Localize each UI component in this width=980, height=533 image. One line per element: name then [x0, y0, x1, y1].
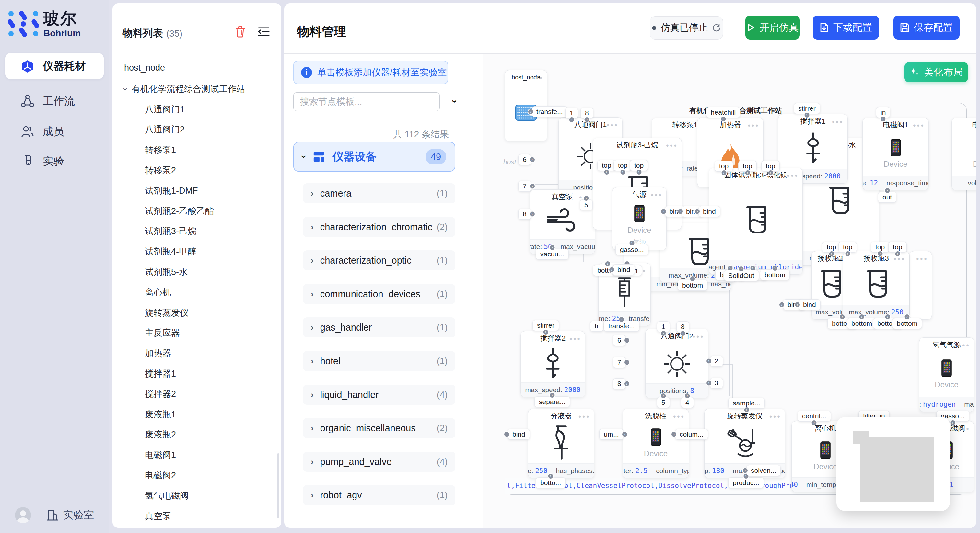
port-handle-icon[interactable]: ›	[706, 380, 712, 386]
port-handle-icon[interactable]: ›	[779, 302, 785, 308]
port-out[interactable]: out›	[878, 192, 896, 203]
tree-item[interactable]: 搅拌器2	[145, 388, 176, 400]
port-bottom[interactable]: bottom›	[847, 318, 877, 329]
tree-item[interactable]: 主反应器	[145, 327, 180, 339]
category-row-characterization_optic[interactable]: › characterization_optic (1)	[303, 250, 455, 270]
category-row-hotel[interactable]: › hotel (1)	[303, 351, 455, 371]
node-分液器[interactable]: 分液器 ●●● volume: 250has_phases: true	[528, 409, 594, 478]
sidebar-item-instruments[interactable]: 仪器耗材	[5, 53, 104, 79]
node-menu-icon[interactable]: ●●●	[579, 414, 590, 419]
port-8[interactable]: 8›	[676, 321, 689, 332]
port-handle-icon[interactable]: ›	[528, 109, 534, 115]
port-handle-icon[interactable]: ›	[950, 420, 956, 426]
port-handle-icon[interactable]: ›	[742, 468, 748, 474]
port-handle-icon[interactable]: ›	[636, 169, 642, 175]
tree-item[interactable]: 电磁阀2	[145, 470, 176, 481]
port-tr[interactable]: tr	[590, 320, 603, 332]
port-gasso[interactable]: gasso...›	[616, 244, 649, 255]
port-top[interactable]: top›	[822, 241, 841, 252]
port-8[interactable]: 8›	[613, 378, 626, 389]
node-气源[interactable]: 气源 ●●● Device气源	[612, 187, 667, 250]
port-top[interactable]: top›	[871, 241, 889, 252]
node-menu-icon[interactable]: ●●●	[894, 256, 905, 261]
tree-item[interactable]: 试剂瓶2-乙酸乙酯	[145, 205, 214, 217]
node-menu-icon[interactable]: ●●●	[958, 342, 970, 348]
category-row-gas_handler[interactable]: › gas_handler (1)	[303, 317, 455, 338]
port-handle-icon[interactable]: ›	[694, 209, 700, 215]
port-handle-icon[interactable]: ›	[679, 330, 686, 336]
port-handle-icon[interactable]: ›	[811, 420, 817, 426]
node-电磁阀1[interactable]: 电磁阀1 ●●● Devicevoltage: 12response_time:…	[862, 117, 929, 190]
port-4[interactable]: 4›	[681, 397, 694, 408]
node-menu-icon[interactable]: ●●●	[769, 414, 781, 419]
preview-card[interactable]	[837, 417, 950, 511]
tree-item[interactable]: 试剂瓶4-甲醇	[145, 246, 196, 257]
port-handle-icon[interactable]: ›	[542, 329, 549, 335]
port-3[interactable]: 3›	[710, 378, 723, 389]
port-handle-icon[interactable]: ›	[828, 251, 835, 257]
port-transfe[interactable]: transfe...›	[604, 320, 640, 332]
tree-item[interactable]: 旋转蒸发仪	[145, 307, 189, 319]
node-接收瓶3[interactable]: 接收瓶3 ●●● max_volume: 250	[843, 251, 909, 320]
port-top[interactable]: top›	[614, 160, 632, 171]
port-bind[interactable]: bind›	[799, 299, 821, 310]
category-row-robot_agv[interactable]: › robot_agv (1)	[303, 485, 455, 505]
port-handle-icon[interactable]: ›	[504, 431, 510, 438]
port-top[interactable]: top›	[630, 160, 648, 171]
node-洗脱柱[interactable]: 洗脱柱 ●●● Devicediameter: 2.5column_type: …	[622, 409, 689, 478]
node-固体试剂瓶3-氯化镁[interactable]: 固体试剂瓶3-氯化镁 ●●● agent: magnesium_chloride	[709, 168, 803, 274]
node-menu-icon[interactable]: ●●●	[748, 122, 759, 128]
port-handle-icon[interactable]: ›	[660, 393, 666, 399]
port-6[interactable]: 6›	[613, 335, 626, 346]
node-menu-icon[interactable]: ●●●	[916, 256, 928, 261]
port-8[interactable]: 8›	[581, 108, 593, 119]
port-top[interactable]: top›	[761, 160, 780, 171]
tree-item[interactable]: 加热器	[145, 347, 171, 359]
node-menu-icon[interactable]: ●●●	[531, 75, 543, 80]
node-menu-icon[interactable]: ●●●	[913, 122, 924, 128]
tree-item[interactable]: 离心机	[145, 287, 171, 298]
port-6[interactable]: 6›	[518, 154, 531, 165]
port-handle-icon[interactable]: ›	[745, 170, 751, 176]
node-menu-icon[interactable]: ●●●	[651, 192, 662, 198]
collapse-list-icon[interactable]	[258, 27, 270, 37]
category-row-camera[interactable]: › camera (1)	[303, 183, 455, 203]
tree-item[interactable]: 废液瓶1	[145, 409, 176, 420]
node-八通阀门2[interactable]: 八通阀门2 ●●● positions: 8	[645, 329, 708, 398]
chevron-down-icon[interactable]: ›	[450, 100, 460, 103]
search-input[interactable]	[293, 92, 440, 111]
port-handle-icon[interactable]: ›	[529, 157, 535, 163]
beautify-layout-button[interactable]: 美化布局	[905, 62, 968, 82]
category-row-communication_devices[interactable]: › communication_devices (1)	[303, 284, 455, 304]
port-handle-icon[interactable]: ›	[629, 240, 635, 246]
port-handle-icon[interactable]: ›	[583, 195, 589, 201]
tree-scrollbar[interactable]	[277, 453, 279, 518]
port-handle-icon[interactable]: ›	[904, 314, 910, 320]
port-bottom[interactable]: bottom›	[760, 270, 790, 281]
port-top[interactable]: top›	[597, 160, 616, 171]
port-2[interactable]: 2›	[710, 355, 723, 366]
port-handle-icon[interactable]: ›	[884, 187, 890, 194]
node-menu-icon[interactable]: ●●●	[673, 414, 685, 419]
port-handle-icon[interactable]: ›	[660, 330, 666, 336]
category-row-characterization_chromatic[interactable]: › characterization_chromatic (2)	[303, 217, 455, 237]
port-7[interactable]: 7›	[518, 181, 531, 192]
port-handle-icon[interactable]: ›	[885, 314, 891, 320]
node-menu-icon[interactable]: ●●●	[692, 333, 704, 339]
port-7[interactable]: 7›	[613, 357, 626, 368]
port-handle-icon[interactable]: ›	[671, 431, 677, 438]
port-centrif[interactable]: centrif...›	[797, 411, 831, 422]
port-handle-icon[interactable]: ›	[706, 358, 712, 364]
port-in[interactable]: in›	[876, 107, 890, 118]
tree-item[interactable]: host_node	[124, 63, 165, 73]
port-handle-icon[interactable]: ›	[839, 314, 845, 320]
sidebar-item-workflow[interactable]: 工作流	[5, 88, 104, 114]
tree-item[interactable]: 氢气电磁阀	[145, 490, 189, 501]
node-搅拌器2[interactable]: 搅拌器2 ●●● max_speed: 2000	[520, 331, 585, 397]
node-边缘节点[interactable]: ●●●	[909, 251, 932, 320]
tree-item[interactable]: 试剂瓶1-DMF	[145, 185, 198, 197]
port-handle-icon[interactable]: ›	[738, 266, 745, 272]
port-handle-icon[interactable]: ›	[549, 392, 555, 398]
port-handle-icon[interactable]: ›	[845, 251, 851, 257]
tree-item[interactable]: 搅拌器1	[145, 368, 176, 379]
